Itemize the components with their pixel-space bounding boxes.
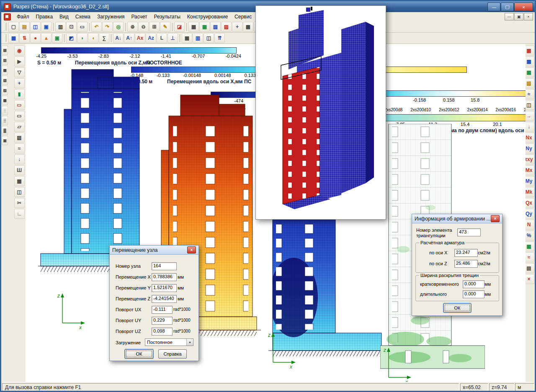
minimize-button[interactable]: — [487,3,500,11]
rot-uy-field[interactable]: 0.229 [152,317,173,325]
combo-load-icon[interactable]: ⇅ [19,33,30,43]
disp-x-field[interactable]: 0.788386 [152,273,177,281]
toolbar-grip[interactable] [4,34,6,42]
ok-button[interactable]: ОК [125,349,153,359]
wave-icon[interactable]: ≈ [14,143,25,154]
pen-icon[interactable]: ✎ [160,22,170,32]
refresh-icon[interactable]: ◎ [113,22,124,32]
perp-icon[interactable]: ⊥ [168,33,178,43]
sort-az-icon[interactable]: A↓ [113,33,124,43]
node-displacement-dialog[interactable]: Перемещение узла × Номер узла 164 Переме… [109,245,199,361]
cut-icon[interactable]: ✂ [14,198,25,208]
rebar-x-field[interactable]: 23.247 [454,249,478,257]
corner-icon[interactable]: L [157,33,167,43]
close-icon[interactable]: × [491,215,500,222]
stamp-icon[interactable]: ▣ [52,33,62,43]
save-icon[interactable]: ▣ [41,22,52,32]
sort-za-icon[interactable]: A↑ [124,33,134,43]
toolbar-grip[interactable] [4,23,6,31]
loadcase-combobox[interactable]: Постоянное ▼ [145,338,193,346]
model-3d-popup[interactable] [255,5,386,220]
mesh-icon[interactable]: ▦ [188,22,199,32]
pattern-icon[interactable]: ▣ [2,136,8,145]
pattern-icon[interactable]: ▨ [2,86,8,95]
pattern-icon[interactable]: ░ [2,106,8,115]
pattern-icon[interactable]: ▤ [2,46,8,55]
mdi-minimize-button[interactable]: — [505,13,514,20]
mdi-restore-button[interactable]: ▣ [514,13,523,20]
north-icon[interactable]: ⇈ [214,33,225,43]
dialog-titlebar[interactable]: Информация об армировании ... × [412,214,502,223]
new-icon[interactable]: ▢ [8,22,19,32]
polygon-icon[interactable]: ▱ [14,122,25,132]
print-preview-icon[interactable]: ⊡ [66,22,77,32]
hundred-icon[interactable]: ● [30,33,41,43]
mesh-edit-icon[interactable]: ▧ [210,22,221,32]
rot-ux-field[interactable]: -0.111 [152,306,173,314]
diagram-icon[interactable]: ◩ [66,33,77,43]
sum-icon[interactable]: ∑ [99,33,109,43]
axis2-icon[interactable]: ∟ [14,209,25,219]
pattern-icon[interactable]: ▥ [2,56,8,65]
menu-loads[interactable]: Загружения [94,13,128,21]
maximize-button[interactable]: ▢ [501,3,514,11]
pattern-icon[interactable]: ▓ [2,126,8,135]
mdi-close-button[interactable]: × [524,13,533,20]
grid-table-icon[interactable]: ▦ [14,176,25,186]
menu-file[interactable]: Файл [13,13,33,21]
rot-uz-field[interactable]: 0.098 [152,328,173,336]
frame-icon[interactable]: ▭ [14,100,25,110]
redo-icon[interactable]: ↷ [102,22,113,32]
element-number-field[interactable]: 473 [457,228,481,236]
mdi-document-icon[interactable] [4,13,11,20]
arrow-down-icon[interactable]: ↓ [14,154,25,164]
open-icon[interactable]: ▤ [19,22,30,32]
section-icon[interactable]: ◪ [174,22,185,32]
help-button[interactable]: Справка [158,349,187,359]
table-icon[interactable]: ▦ [182,33,192,43]
chevron-down-icon[interactable]: ▼ [186,339,193,346]
print-icon[interactable]: ▥ [55,22,66,32]
leaf-yellow-icon[interactable]: ◖ [88,33,98,43]
pattern-icon[interactable]: ▦ [2,66,8,75]
mesh-delete-icon[interactable]: ▨ [221,22,232,32]
pattern-icon[interactable]: ▩ [2,96,8,105]
node-number-field[interactable]: 164 [152,262,177,270]
fire-icon[interactable]: ▲ [41,33,52,43]
zoom-in-icon[interactable]: ⊕ [127,22,138,32]
ax-icon[interactable]: Ax [135,33,145,43]
mosaic-icon[interactable]: ▦ [8,33,19,43]
eraser-icon[interactable]: ◫ [14,187,25,197]
menu-scheme[interactable]: Схема [72,13,94,21]
undo-icon[interactable]: ↶ [91,22,102,32]
az-icon[interactable]: Az [146,33,156,43]
select-region-icon[interactable]: ▭ [77,22,88,32]
reinforcement-info-dialog[interactable]: Информация об армировании ... × Номер эл… [412,214,502,316]
pattern-icon[interactable]: ▒ [2,116,8,125]
table2-icon[interactable]: ▥ [193,33,203,43]
menu-view[interactable]: Вид [56,13,72,21]
import-icon[interactable]: ◫ [30,22,41,32]
zoom-window-icon[interactable]: ⊞ [149,22,160,32]
pan-icon[interactable]: + [14,78,25,88]
rebar-z-field[interactable]: 25.486 [454,260,478,268]
hatch-icon[interactable]: ▨ [14,133,25,143]
book2-icon[interactable]: ◫ [204,33,214,43]
crack-short-field[interactable]: 0.000 [463,280,484,288]
menu-edit[interactable]: Правка [33,13,57,21]
crack-long-field[interactable]: 0.000 [463,290,484,298]
leaf-green-icon[interactable]: ◗ [77,33,88,43]
menu-analysis[interactable]: Расчет [128,13,150,21]
dialog-titlebar[interactable]: Перемещение узла × [110,246,198,255]
show-grid-icon[interactable]: ▩ [243,22,253,32]
ok-button[interactable]: ОК [443,303,471,313]
mesh-add-icon[interactable]: ▦ [199,22,210,32]
close-icon[interactable]: × [187,246,196,254]
supports2-icon[interactable]: Ш [14,165,25,175]
menu-results[interactable]: Результаты [151,13,184,21]
close-button[interactable]: × [514,3,533,11]
pointer-icon[interactable]: ▶ [14,56,25,67]
disp-z-field[interactable]: -4.241540 [152,295,177,303]
menu-service[interactable]: Сервис [231,13,255,21]
filter-icon[interactable]: ▽ [14,67,25,77]
